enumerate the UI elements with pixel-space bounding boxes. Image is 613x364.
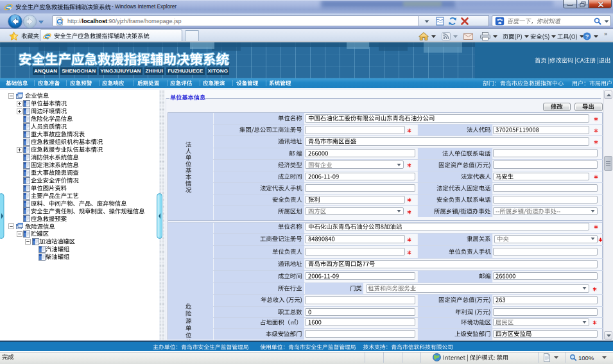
svg-text:?: ? — [585, 33, 589, 40]
